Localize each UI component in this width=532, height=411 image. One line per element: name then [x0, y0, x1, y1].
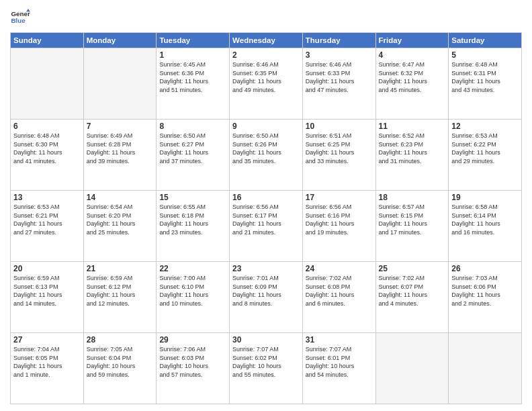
- calendar-cell: 24Sunrise: 7:02 AM Sunset: 6:08 PM Dayli…: [302, 262, 375, 333]
- day-info: Sunrise: 7:07 AM Sunset: 6:02 PM Dayligh…: [232, 345, 300, 379]
- day-number: 21: [87, 264, 154, 273]
- calendar-cell: 27Sunrise: 7:04 AM Sunset: 6:05 PM Dayli…: [11, 333, 84, 404]
- week-row-5: 27Sunrise: 7:04 AM Sunset: 6:05 PM Dayli…: [11, 333, 522, 404]
- day-number: 15: [159, 193, 226, 202]
- day-info: Sunrise: 6:52 AM Sunset: 6:23 PM Dayligh…: [379, 132, 446, 165]
- calendar-cell: 23Sunrise: 7:01 AM Sunset: 6:09 PM Dayli…: [230, 262, 303, 333]
- day-info: Sunrise: 7:05 AM Sunset: 6:04 PM Dayligh…: [87, 345, 154, 379]
- weekday-header-row: SundayMondayTuesdayWednesdayThursdayFrid…: [11, 33, 522, 48]
- calendar-cell: 30Sunrise: 7:07 AM Sunset: 6:02 PM Dayli…: [230, 333, 303, 404]
- day-info: Sunrise: 6:50 AM Sunset: 6:26 PM Dayligh…: [232, 132, 300, 165]
- day-info: Sunrise: 6:51 AM Sunset: 6:25 PM Dayligh…: [306, 132, 373, 165]
- day-info: Sunrise: 6:50 AM Sunset: 6:27 PM Dayligh…: [159, 132, 226, 165]
- day-number: 8: [159, 122, 226, 131]
- day-number: 30: [232, 335, 300, 345]
- weekday-header-wednesday: Wednesday: [230, 33, 303, 48]
- calendar-cell: 31Sunrise: 7:07 AM Sunset: 6:01 PM Dayli…: [302, 333, 375, 404]
- calendar-cell: [449, 333, 522, 404]
- weekday-header-monday: Monday: [83, 33, 157, 48]
- calendar-cell: 19Sunrise: 6:58 AM Sunset: 6:14 PM Dayli…: [449, 191, 522, 262]
- calendar-cell: 16Sunrise: 6:56 AM Sunset: 6:17 PM Dayli…: [230, 191, 303, 262]
- calendar-cell: [375, 333, 449, 404]
- day-number: 18: [379, 193, 446, 202]
- day-number: 29: [159, 335, 226, 345]
- calendar-cell: 14Sunrise: 6:54 AM Sunset: 6:20 PM Dayli…: [83, 191, 157, 262]
- day-number: 16: [232, 193, 300, 202]
- day-number: 1: [159, 50, 226, 60]
- weekday-header-thursday: Thursday: [302, 33, 375, 48]
- day-number: 9: [232, 122, 300, 131]
- calendar-cell: 13Sunrise: 6:53 AM Sunset: 6:21 PM Dayli…: [11, 191, 84, 262]
- calendar-cell: 28Sunrise: 7:05 AM Sunset: 6:04 PM Dayli…: [83, 333, 157, 404]
- day-number: 22: [159, 264, 226, 273]
- calendar-cell: 8Sunrise: 6:50 AM Sunset: 6:27 PM Daylig…: [157, 120, 230, 191]
- day-number: 26: [451, 264, 519, 273]
- weekday-header-tuesday: Tuesday: [157, 33, 230, 48]
- logo: General Blue: [10, 7, 30, 27]
- day-number: 4: [379, 50, 446, 60]
- calendar-cell: 2Sunrise: 6:46 AM Sunset: 6:35 PM Daylig…: [230, 48, 303, 120]
- day-info: Sunrise: 6:46 AM Sunset: 6:35 PM Dayligh…: [232, 60, 300, 94]
- day-number: 7: [87, 122, 154, 131]
- week-row-1: 1Sunrise: 6:45 AM Sunset: 6:36 PM Daylig…: [11, 48, 522, 120]
- calendar-cell: 26Sunrise: 7:03 AM Sunset: 6:06 PM Dayli…: [449, 262, 522, 333]
- day-number: 24: [306, 264, 373, 273]
- calendar-cell: 18Sunrise: 6:57 AM Sunset: 6:15 PM Dayli…: [375, 191, 449, 262]
- day-info: Sunrise: 7:00 AM Sunset: 6:10 PM Dayligh…: [159, 274, 226, 308]
- calendar-table: SundayMondayTuesdayWednesdayThursdayFrid…: [10, 32, 522, 404]
- day-info: Sunrise: 6:56 AM Sunset: 6:17 PM Dayligh…: [232, 203, 300, 236]
- day-number: 10: [306, 122, 373, 131]
- day-number: 14: [87, 193, 154, 202]
- day-info: Sunrise: 6:45 AM Sunset: 6:36 PM Dayligh…: [159, 60, 226, 94]
- day-number: 28: [87, 335, 154, 345]
- day-info: Sunrise: 7:03 AM Sunset: 6:06 PM Dayligh…: [451, 274, 519, 308]
- calendar-cell: 21Sunrise: 6:59 AM Sunset: 6:12 PM Dayli…: [83, 262, 157, 333]
- day-info: Sunrise: 6:49 AM Sunset: 6:28 PM Dayligh…: [87, 132, 154, 165]
- calendar-cell: [11, 48, 84, 120]
- svg-text:Blue: Blue: [11, 17, 26, 24]
- calendar-cell: 4Sunrise: 6:47 AM Sunset: 6:32 PM Daylig…: [375, 48, 449, 120]
- weekday-header-sunday: Sunday: [11, 33, 84, 48]
- day-number: 5: [451, 50, 519, 60]
- day-info: Sunrise: 6:59 AM Sunset: 6:12 PM Dayligh…: [87, 274, 154, 308]
- day-info: Sunrise: 6:56 AM Sunset: 6:16 PM Dayligh…: [306, 203, 373, 236]
- calendar-cell: 5Sunrise: 6:48 AM Sunset: 6:31 PM Daylig…: [449, 48, 522, 120]
- day-info: Sunrise: 7:06 AM Sunset: 6:03 PM Dayligh…: [159, 345, 226, 379]
- logo-icon: General Blue: [10, 7, 30, 27]
- calendar-cell: 25Sunrise: 7:02 AM Sunset: 6:07 PM Dayli…: [375, 262, 449, 333]
- day-number: 31: [306, 335, 373, 345]
- day-info: Sunrise: 6:46 AM Sunset: 6:33 PM Dayligh…: [306, 60, 373, 94]
- day-number: 19: [451, 193, 519, 202]
- weekday-header-saturday: Saturday: [449, 33, 522, 48]
- calendar-cell: 6Sunrise: 6:48 AM Sunset: 6:30 PM Daylig…: [11, 120, 84, 191]
- day-info: Sunrise: 6:59 AM Sunset: 6:13 PM Dayligh…: [13, 274, 81, 308]
- calendar-cell: 22Sunrise: 7:00 AM Sunset: 6:10 PM Dayli…: [157, 262, 230, 333]
- day-info: Sunrise: 6:57 AM Sunset: 6:15 PM Dayligh…: [379, 203, 446, 236]
- calendar-cell: 9Sunrise: 6:50 AM Sunset: 6:26 PM Daylig…: [230, 120, 303, 191]
- day-info: Sunrise: 6:54 AM Sunset: 6:20 PM Dayligh…: [87, 203, 154, 236]
- day-info: Sunrise: 6:48 AM Sunset: 6:30 PM Dayligh…: [13, 132, 81, 165]
- calendar-cell: 17Sunrise: 6:56 AM Sunset: 6:16 PM Dayli…: [302, 191, 375, 262]
- calendar-cell: 3Sunrise: 6:46 AM Sunset: 6:33 PM Daylig…: [302, 48, 375, 120]
- day-number: 3: [306, 50, 373, 60]
- day-info: Sunrise: 6:48 AM Sunset: 6:31 PM Dayligh…: [451, 60, 519, 94]
- day-number: 20: [13, 264, 81, 273]
- calendar-cell: 15Sunrise: 6:55 AM Sunset: 6:18 PM Dayli…: [157, 191, 230, 262]
- header: General Blue: [10, 7, 522, 27]
- calendar-cell: 11Sunrise: 6:52 AM Sunset: 6:23 PM Dayli…: [375, 120, 449, 191]
- day-info: Sunrise: 6:58 AM Sunset: 6:14 PM Dayligh…: [451, 203, 519, 236]
- calendar-cell: 20Sunrise: 6:59 AM Sunset: 6:13 PM Dayli…: [11, 262, 84, 333]
- day-info: Sunrise: 6:47 AM Sunset: 6:32 PM Dayligh…: [379, 60, 446, 94]
- day-info: Sunrise: 6:55 AM Sunset: 6:18 PM Dayligh…: [159, 203, 226, 236]
- day-number: 25: [379, 264, 446, 273]
- day-info: Sunrise: 6:53 AM Sunset: 6:21 PM Dayligh…: [13, 203, 81, 236]
- day-number: 6: [13, 122, 81, 131]
- day-number: 2: [232, 50, 300, 60]
- day-info: Sunrise: 7:02 AM Sunset: 6:08 PM Dayligh…: [306, 274, 373, 308]
- day-info: Sunrise: 7:01 AM Sunset: 6:09 PM Dayligh…: [232, 274, 300, 308]
- day-number: 23: [232, 264, 300, 273]
- calendar-cell: 7Sunrise: 6:49 AM Sunset: 6:28 PM Daylig…: [83, 120, 157, 191]
- day-number: 17: [306, 193, 373, 202]
- day-info: Sunrise: 7:02 AM Sunset: 6:07 PM Dayligh…: [379, 274, 446, 308]
- calendar-cell: 10Sunrise: 6:51 AM Sunset: 6:25 PM Dayli…: [302, 120, 375, 191]
